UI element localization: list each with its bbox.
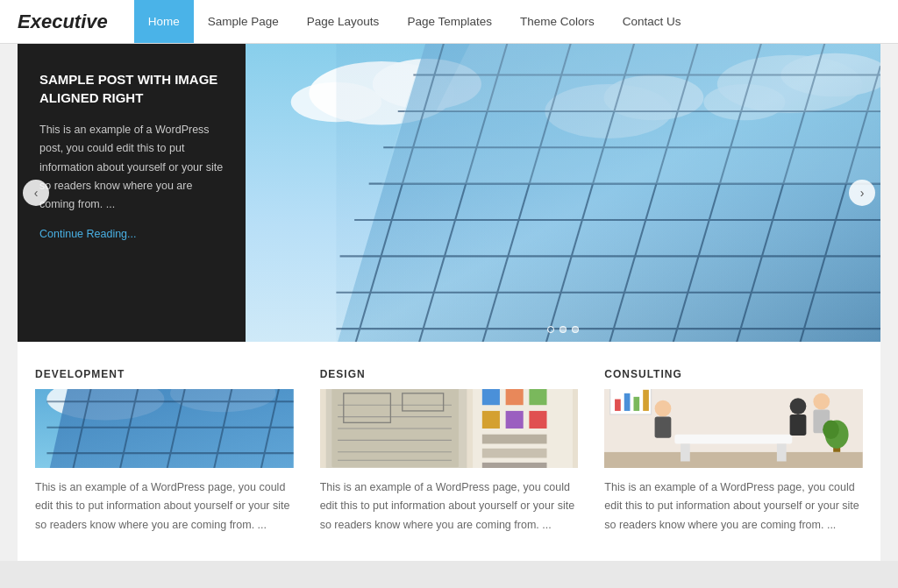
hero-body: This is an example of a WordPress post, …	[39, 121, 224, 214]
svg-rect-63	[481, 463, 546, 468]
col-consulting-heading: CONSULTING	[604, 368, 863, 380]
nav-item-home[interactable]: Home	[134, 0, 194, 43]
slider-dots	[547, 326, 579, 333]
site-title: Executive	[18, 11, 108, 33]
svg-point-83	[823, 421, 839, 439]
svg-rect-78	[624, 393, 631, 411]
col-consulting-image	[604, 389, 863, 468]
site-wrapper: Executive Home Sample Page Page Layouts …	[0, 0, 898, 561]
nav-item-contact-us[interactable]: Contact Us	[609, 0, 695, 43]
svg-rect-71	[655, 417, 672, 438]
slider-next-button[interactable]: ›	[849, 180, 875, 206]
nav-item-sample-page[interactable]: Sample Page	[194, 0, 293, 43]
svg-point-74	[814, 393, 830, 410]
svg-rect-73	[790, 414, 807, 436]
nav-item-theme-colors[interactable]: Theme Colors	[506, 0, 609, 43]
col-consulting: CONSULTING	[604, 368, 863, 535]
hero-text-panel: SAMPLE POST WITH IMAGE ALIGNED RIGHT Thi…	[18, 44, 246, 342]
svg-rect-56	[505, 389, 523, 405]
svg-rect-68	[681, 443, 690, 461]
svg-rect-57	[529, 389, 546, 405]
svg-rect-60	[529, 411, 546, 429]
hero-continue-reading-link[interactable]: Continue Reading...	[39, 228, 224, 240]
svg-point-72	[790, 398, 807, 414]
col-design-text: This is an example of a WordPress page, …	[320, 478, 579, 535]
col-development-text: This is an example of a WordPress page, …	[35, 478, 294, 535]
svg-rect-55	[481, 389, 499, 405]
svg-rect-65	[604, 452, 863, 468]
slider-dot-2[interactable]	[559, 326, 567, 333]
hero-title: SAMPLE POST WITH IMAGE ALIGNED RIGHT	[39, 70, 224, 107]
main-nav: Home Sample Page Page Layouts Page Templ…	[134, 0, 695, 43]
svg-marker-30	[436, 44, 880, 111]
nav-item-page-layouts[interactable]: Page Layouts	[293, 0, 394, 43]
col-development-image	[35, 389, 294, 468]
svg-rect-69	[777, 443, 787, 461]
svg-rect-77	[615, 400, 621, 411]
svg-rect-80	[644, 390, 650, 411]
nav-item-page-templates[interactable]: Page Templates	[393, 0, 506, 43]
col-development: DEVELOPMENT	[35, 368, 294, 535]
svg-rect-67	[675, 435, 793, 444]
col-development-heading: DEVELOPMENT	[35, 368, 294, 380]
col-design-image	[320, 389, 579, 468]
col-consulting-text: This is an example of a WordPress page, …	[604, 478, 863, 535]
svg-rect-61	[481, 435, 546, 444]
hero-slider: ‹ SAMPLE POST WITH IMAGE ALIGNED RIGHT T…	[18, 44, 880, 342]
svg-rect-59	[505, 411, 523, 429]
svg-rect-62	[481, 449, 546, 458]
three-column-grid: DEVELOPMENT	[35, 368, 863, 535]
svg-point-70	[655, 400, 672, 417]
hero-image	[246, 44, 880, 342]
slider-dot-1[interactable]	[547, 326, 554, 333]
site-header: Executive Home Sample Page Page Layouts …	[0, 0, 898, 44]
svg-rect-58	[481, 411, 499, 429]
slider-prev-button[interactable]: ‹	[23, 180, 49, 206]
col-design-heading: DESIGN	[320, 368, 579, 380]
lower-content: DEVELOPMENT	[18, 342, 880, 561]
col-design: DESIGN	[320, 368, 579, 535]
slider-dot-3[interactable]	[572, 326, 579, 333]
svg-rect-79	[634, 397, 640, 411]
